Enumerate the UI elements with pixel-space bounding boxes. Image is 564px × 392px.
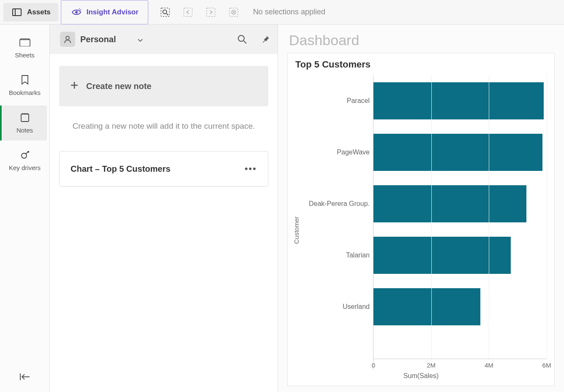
keydrivers-icon xyxy=(19,149,31,161)
create-note-button[interactable]: Create new note xyxy=(59,66,268,106)
no-selections-label: No selections applied xyxy=(253,8,325,16)
svg-point-19 xyxy=(66,36,69,40)
notes-header: Personal xyxy=(50,24,278,54)
note-icon xyxy=(19,111,31,123)
notes-scope-dropdown[interactable]: Personal xyxy=(56,29,147,49)
rail-item-bookmarks[interactable]: Bookmarks xyxy=(3,68,47,103)
sheet-icon xyxy=(19,36,31,48)
chart-bar[interactable] xyxy=(373,237,511,274)
rail-item-sheets[interactable]: Sheets xyxy=(3,30,47,65)
left-rail: Sheets Bookmarks Notes Key drivers xyxy=(0,24,50,392)
rail-keydrivers-label: Key drivers xyxy=(9,164,41,171)
selection-clear-icon xyxy=(228,6,240,18)
insight-advisor-button[interactable]: Insight Advisor xyxy=(61,0,148,24)
svg-point-4 xyxy=(163,10,166,14)
svg-rect-0 xyxy=(13,9,21,16)
rail-item-notes[interactable]: Notes xyxy=(3,105,47,141)
y-axis-labels: ParacelPageWaveDeak-Perera Group.Talaria… xyxy=(295,75,373,333)
y-tick-label: Userland xyxy=(343,281,370,333)
note-card-menu-button[interactable]: ••• xyxy=(245,163,257,174)
y-tick-label: Talarian xyxy=(346,230,370,281)
chart-bar[interactable] xyxy=(373,185,526,222)
chart-container: Top 5 Customers Customer ParacelPageWave… xyxy=(287,53,555,386)
x-tick-label: 2M xyxy=(427,362,436,369)
x-axis: 02M4M6M xyxy=(373,359,547,370)
x-tick-label: 0 xyxy=(372,362,375,369)
note-card-title: Chart – Top 5 Customers xyxy=(71,164,170,174)
person-icon xyxy=(60,32,75,47)
chart-bar[interactable] xyxy=(373,82,544,119)
plus-icon xyxy=(70,81,79,92)
rail-sheets-label: Sheets xyxy=(15,51,35,59)
svg-line-21 xyxy=(244,41,246,43)
top-toolbar: Assets Insight Advisor No selections app… xyxy=(0,0,564,24)
selection-search-icon[interactable] xyxy=(159,6,171,18)
svg-line-5 xyxy=(166,14,168,15)
chevron-down-icon xyxy=(138,35,143,44)
note-card[interactable]: Chart – Top 5 Customers ••• xyxy=(59,151,268,187)
svg-rect-7 xyxy=(207,8,215,16)
notes-scope-label: Personal xyxy=(80,35,116,44)
svg-rect-6 xyxy=(184,8,192,16)
chart-bar[interactable] xyxy=(373,288,480,325)
selection-back-icon xyxy=(182,6,194,18)
rail-notes-label: Notes xyxy=(16,127,33,134)
chart-title: Top 5 Customers xyxy=(295,59,547,70)
chart-bar[interactable] xyxy=(373,134,542,171)
y-tick-label: PageWave xyxy=(337,127,370,178)
panel-left-icon xyxy=(11,6,23,18)
rail-item-keydrivers[interactable]: Key drivers xyxy=(3,143,47,178)
create-note-hint: Creating a new note will add it to the c… xyxy=(59,122,268,131)
bookmark-icon xyxy=(19,74,31,86)
y-tick-label: Paracel xyxy=(347,75,370,127)
y-tick-label: Deak-Perera Group. xyxy=(309,178,370,230)
x-axis-title: Sum(Sales) xyxy=(295,372,547,380)
insight-eye-icon xyxy=(71,6,82,18)
grid-line xyxy=(489,75,489,359)
notes-panel: Personal Create new note xyxy=(50,24,278,392)
note-preview: Dashboard Top 5 Customers Customer Parac… xyxy=(278,24,564,392)
svg-point-2 xyxy=(75,11,78,14)
grid-line xyxy=(431,75,432,359)
notes-pin-icon[interactable] xyxy=(260,33,272,45)
x-tick-label: 4M xyxy=(485,362,493,369)
svg-rect-12 xyxy=(21,114,29,122)
selections-toolbar: No selections applied xyxy=(159,6,325,18)
rail-bookmarks-label: Bookmarks xyxy=(9,89,41,96)
svg-point-20 xyxy=(238,35,244,41)
assets-button[interactable]: Assets xyxy=(3,3,58,22)
selection-forward-icon xyxy=(205,6,217,18)
notes-search-icon[interactable] xyxy=(236,33,248,45)
assets-label: Assets xyxy=(27,8,51,16)
insight-label: Insight Advisor xyxy=(87,8,139,16)
grid-line xyxy=(547,75,547,359)
collapse-left-icon xyxy=(19,371,31,383)
more-horizontal-icon: ••• xyxy=(245,163,257,174)
create-note-label: Create new note xyxy=(86,81,151,91)
rail-collapse-button[interactable] xyxy=(0,362,49,392)
dashboard-title: Dashboard xyxy=(289,32,555,49)
y-axis-title: Customer xyxy=(293,216,300,244)
chart-plot: 02M4M6M xyxy=(373,75,547,370)
x-tick-label: 6M xyxy=(542,362,551,369)
chart-area: Customer ParacelPageWaveDeak-Perera Grou… xyxy=(295,75,547,370)
